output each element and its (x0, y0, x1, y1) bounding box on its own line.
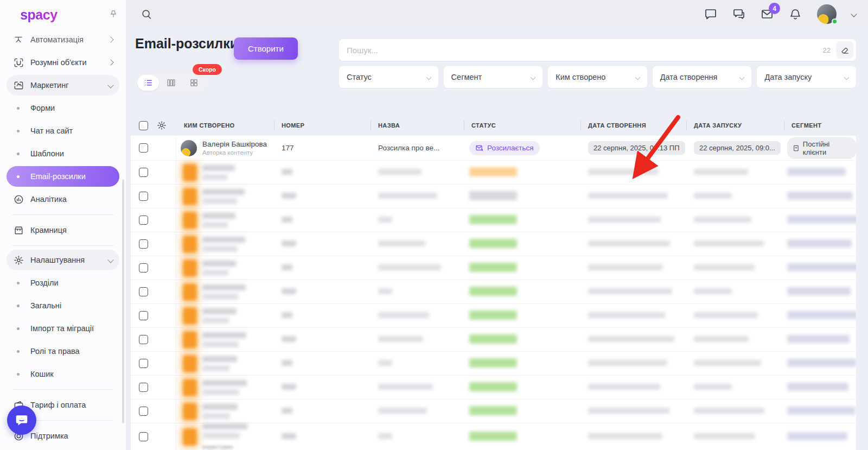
segment-badge[interactable]: Постійні клієнти (787, 137, 856, 159)
filter-creation-date[interactable]: Дата створення (653, 66, 752, 88)
row-checkbox[interactable] (139, 192, 148, 201)
row-checkbox[interactable] (139, 335, 148, 344)
status-badge[interactable]: Розсилається (469, 141, 540, 155)
row-checkbox[interactable] (139, 168, 148, 177)
table-row-blurred[interactable]: користувач (131, 423, 856, 450)
sidebar-item-import-migrations[interactable]: Імпорт та міграції (7, 317, 119, 340)
sidebar-item-settings[interactable]: Налаштування (7, 250, 119, 270)
column-header-created-by[interactable]: КИМ СТВОРЕНО (176, 115, 274, 136)
sidebar-item-trash[interactable]: Кошик (7, 363, 119, 385)
blurred-avatar (183, 283, 197, 301)
blurred-text (378, 288, 392, 294)
chat-icon[interactable] (704, 8, 717, 21)
column-header-status[interactable]: СТАТУС (464, 115, 580, 136)
table-row-blurred[interactable] (131, 304, 856, 328)
column-header-segment[interactable]: СЕГМЕНТ (784, 115, 856, 136)
filter-segment[interactable]: Сегмент (444, 66, 543, 88)
bell-icon[interactable] (789, 8, 802, 21)
sidebar-item-smart-objects[interactable]: Розумні об'єкти (7, 51, 119, 74)
sidebar-item-marketing[interactable]: Маркетинг (7, 75, 119, 96)
search-icon[interactable] (141, 8, 152, 20)
sidebar-item-forms[interactable]: Форми (7, 97, 119, 119)
blurred-text (202, 270, 228, 276)
blurred-text (202, 198, 237, 204)
select-all-checkbox[interactable] (139, 121, 148, 130)
blurred-text (378, 217, 392, 223)
table-row-blurred[interactable] (131, 232, 856, 256)
group-chats-icon[interactable] (732, 8, 745, 21)
table-settings-gear-icon[interactable] (157, 121, 167, 130)
column-header-creation-date[interactable]: ДАТА СТВОРЕННЯ (580, 115, 686, 136)
sidebar-item-automation[interactable]: Автоматизація (7, 28, 119, 51)
table-row[interactable]: Валерія Башкірова Авторка контенту 177 Р… (131, 136, 856, 161)
grid-view-button[interactable] (183, 75, 205, 91)
blurred-text (282, 408, 292, 414)
table-row-blurred[interactable] (131, 208, 856, 232)
column-header-launch-date[interactable]: ДАТА ЗАПУСКУ (686, 115, 784, 136)
create-button[interactable]: Створити (234, 37, 298, 60)
uspacy-logo[interactable]: Uspacy (9, 5, 58, 23)
row-checkbox[interactable] (139, 239, 148, 249)
row-checkbox[interactable] (139, 263, 148, 272)
sidebar-item-site-chat[interactable]: Чат на сайт (7, 119, 119, 142)
blurred-segment (787, 407, 856, 415)
sidebar-item-shop[interactable]: Крамниця (7, 219, 119, 242)
table-row-blurred[interactable] (131, 185, 856, 208)
table-row-blurred[interactable] (131, 352, 856, 376)
launch-date: 22 серпня, 2025, 09:0... (694, 141, 781, 155)
sidebar-item-label: Email-розсилки (30, 172, 86, 181)
column-header-number[interactable]: НОМЕР (274, 115, 371, 136)
support-chat-fab[interactable] (7, 405, 36, 435)
blurred-status (469, 239, 517, 248)
chat-bubble-icon (15, 413, 29, 427)
sidebar-item-roles-rights[interactable]: Ролі та права (7, 340, 119, 363)
author-avatar (181, 140, 197, 156)
row-checkbox[interactable] (139, 143, 148, 153)
filter-label: Дата запуску (764, 73, 812, 81)
blurred-text (282, 169, 292, 175)
search-input[interactable] (339, 46, 823, 55)
table-row-blurred[interactable] (131, 280, 856, 304)
table-row-blurred[interactable] (131, 400, 856, 423)
blurred-segment (787, 216, 856, 224)
kanban-view-button[interactable] (160, 75, 182, 91)
avatar[interactable] (817, 4, 837, 24)
row-checkbox[interactable] (139, 287, 148, 296)
filter-created-by[interactable]: Ким створено (548, 66, 647, 88)
row-checkbox[interactable] (139, 432, 148, 441)
filter-launch-date[interactable]: Дата запуску (757, 66, 856, 88)
column-header-name[interactable]: НАЗВА (371, 115, 464, 136)
row-checkbox[interactable] (139, 407, 148, 416)
sidebar-item-templates[interactable]: Шаблони (7, 142, 119, 165)
table-row-blurred[interactable] (131, 376, 856, 400)
pin-icon[interactable] (108, 9, 118, 19)
sidebar-item-email-campaigns[interactable]: Email-розсилки (7, 166, 119, 187)
mail-icon[interactable]: 4 (761, 8, 774, 21)
blurred-text (378, 433, 392, 439)
table-row-blurred[interactable] (131, 256, 856, 280)
list-view-button[interactable] (137, 75, 159, 91)
blurred-text (282, 240, 296, 246)
row-checkbox[interactable] (139, 216, 148, 225)
filter-status[interactable]: Статус (339, 66, 438, 88)
smart-objects-icon (13, 57, 24, 68)
row-checkbox[interactable] (139, 383, 148, 392)
blurred-text (282, 288, 296, 294)
blurred-status (469, 432, 517, 441)
sidebar-item-sections[interactable]: Розділи (7, 271, 119, 294)
clear-filters-button[interactable] (836, 41, 853, 59)
blurred-text (202, 284, 246, 290)
sidebar-item-general[interactable]: Загальні (7, 294, 119, 317)
blurred-text (378, 240, 425, 246)
sidebar-item-analytics[interactable]: Аналітика (7, 188, 119, 211)
chevron-down-icon[interactable] (851, 11, 857, 17)
row-checkbox[interactable] (139, 311, 148, 320)
blurred-text (588, 193, 668, 199)
campaign-name[interactable]: Розсилка про ве... (371, 144, 464, 152)
table-row-blurred[interactable] (131, 328, 856, 352)
blurred-text (694, 408, 764, 414)
sidebar-scrollbar[interactable] (122, 179, 124, 423)
table-row-blurred[interactable] (131, 161, 856, 185)
row-checkbox[interactable] (139, 359, 148, 368)
sidebar-item-label: Форми (30, 104, 55, 112)
